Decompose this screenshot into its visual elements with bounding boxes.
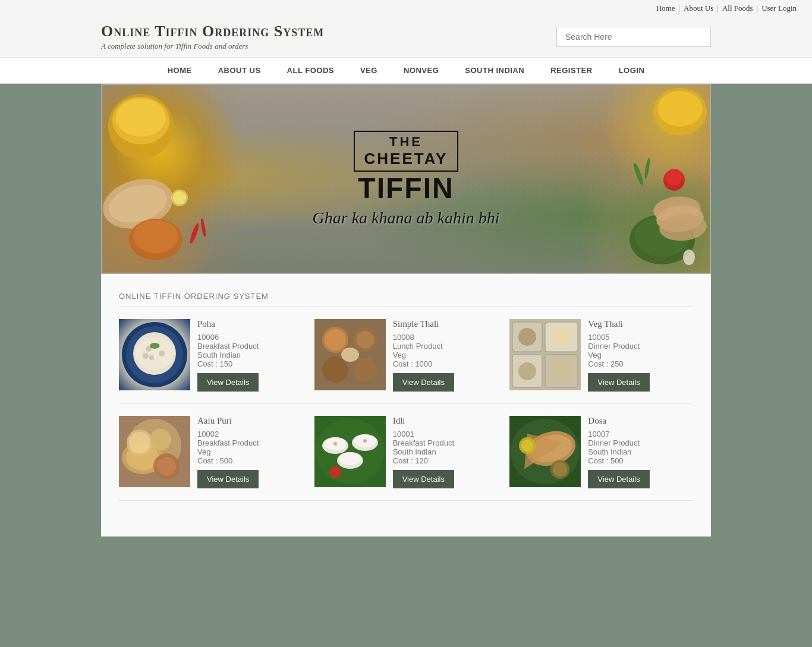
nav-nonveg[interactable]: NONVEG	[391, 58, 452, 83]
svg-point-77	[521, 440, 533, 452]
allfoods-toplink[interactable]: All Foods	[722, 4, 753, 13]
poha-name: Poha	[197, 319, 303, 329]
idli-category: Breakfast Product	[393, 438, 498, 447]
nav-home[interactable]: HOME	[155, 58, 205, 83]
svg-point-47	[553, 328, 571, 346]
vegthali-name: Veg Thali	[588, 319, 693, 329]
svg-point-31	[143, 353, 149, 359]
simplethali-sub: Veg	[393, 351, 498, 359]
dosa-image	[509, 416, 581, 487]
section-title: ONLINE TIFFIN ORDERING SYSTEM	[119, 292, 693, 307]
banner-food-right	[579, 85, 710, 273]
simplethali-view-button[interactable]: View Details	[393, 373, 454, 392]
banner-cheetay-text: CHEETAY	[364, 150, 448, 168]
header: Online Tiffin Ordering System A complete…	[0, 17, 812, 57]
poha-category: Breakfast Product	[197, 342, 303, 351]
about-toplink[interactable]: About Us	[684, 4, 713, 13]
svg-point-6	[133, 220, 178, 253]
poha-code: 10006	[197, 333, 303, 342]
vegthali-image	[509, 319, 581, 390]
svg-point-9	[188, 223, 200, 245]
product-card-poha: Poha 10006 Breakfast Product South India…	[119, 319, 303, 392]
simplethali-image	[314, 319, 386, 390]
main-content: ONLINE TIFFIN ORDERING SYSTEM	[101, 274, 711, 536]
aalupuri-info: Aalu Puri 10002 Breakfast Product Veg Co…	[197, 416, 303, 488]
logo-title: Online Tiffin Ordering System	[101, 23, 324, 40]
aalupuri-cost: Cost : 500	[197, 456, 303, 465]
svg-point-21	[644, 157, 651, 179]
idli-sub: South Indian	[393, 447, 498, 456]
svg-point-79	[553, 462, 567, 476]
simplethali-name: Simple Thali	[393, 319, 498, 329]
dosa-cost: Cost : 500	[588, 456, 693, 465]
banner-tiffin-word: TIFFIN	[313, 174, 500, 203]
userlogin-toplink[interactable]: User Login	[761, 4, 797, 13]
svg-point-46	[518, 328, 536, 346]
poha-sub: South Indian	[197, 351, 303, 359]
nav-register[interactable]: REGISTER	[537, 58, 605, 83]
aalupuri-code: 10002	[197, 430, 303, 438]
idli-view-button[interactable]: View Details	[393, 470, 454, 488]
banner-tagline: Ghar ka khana ab kahin bhi	[313, 209, 500, 228]
idli-info: Idli 10001 Breakfast Product South India…	[393, 416, 498, 488]
aalupuri-category: Breakfast Product	[197, 438, 303, 447]
svg-point-29	[159, 351, 165, 356]
nav-login[interactable]: LOGIN	[606, 58, 658, 83]
dosa-sub: South Indian	[588, 447, 693, 456]
product-row-2: Aalu Puri 10002 Breakfast Product Veg Co…	[119, 416, 693, 501]
vegthali-cost: Cost : 250	[588, 359, 693, 368]
svg-point-70	[363, 439, 367, 443]
aalupuri-view-button[interactable]: View Details	[197, 470, 259, 488]
svg-point-48	[518, 362, 536, 380]
search-input[interactable]	[556, 27, 711, 47]
svg-point-35	[325, 329, 346, 351]
dosa-info: Dosa 10007 Dinner Product South Indian C…	[588, 416, 693, 488]
top-bar: Home | About Us | All Foods | User Login	[0, 0, 812, 17]
nav-veg[interactable]: VEG	[347, 58, 391, 83]
poha-view-button[interactable]: View Details	[197, 373, 259, 392]
dosa-view-button[interactable]: View Details	[588, 470, 649, 488]
product-card-aalupuri: Aalu Puri 10002 Breakfast Product Veg Co…	[119, 416, 303, 488]
idli-name: Idli	[393, 416, 498, 426]
svg-point-32	[150, 343, 159, 349]
vegthali-view-button[interactable]: View Details	[588, 373, 649, 392]
svg-point-57	[129, 432, 150, 453]
idli-code: 10001	[393, 430, 498, 438]
vegthali-info: Veg Thali 10005 Dinner Product Veg Cost …	[588, 319, 693, 392]
poha-image	[119, 319, 190, 390]
banner-food-left	[102, 85, 245, 273]
svg-point-39	[353, 358, 377, 381]
svg-point-61	[316, 419, 385, 484]
simplethali-code: 10008	[393, 333, 498, 342]
aalupuri-name: Aalu Puri	[197, 416, 303, 426]
svg-point-10	[200, 218, 206, 238]
home-toplink[interactable]: Home	[656, 4, 675, 13]
svg-point-26	[136, 337, 174, 370]
svg-point-8	[173, 191, 186, 204]
svg-point-67	[339, 452, 361, 465]
aalupuri-image	[119, 416, 190, 487]
aalupuri-sub: Veg	[197, 447, 303, 456]
dosa-code: 10007	[588, 430, 693, 438]
nav-about[interactable]: ABOUT US	[205, 58, 274, 83]
product-card-simplethali: Simple Thali 10008 Lunch Product Veg Cos…	[314, 319, 498, 392]
svg-point-22	[683, 250, 695, 265]
nav-southindian[interactable]: SOUTH INDIAN	[452, 58, 537, 83]
svg-point-37	[356, 331, 374, 349]
svg-point-14	[666, 169, 682, 185]
banner-tiffin-box: THE CHEETAY	[354, 131, 459, 172]
product-row-1: Poha 10006 Breakfast Product South India…	[119, 319, 693, 404]
banner-the-text: THE	[364, 134, 448, 150]
hero-banner: THE CHEETAY TIFFIN Ghar ka khana ab kahi…	[101, 84, 711, 274]
svg-point-12	[657, 91, 703, 127]
banner-center: THE CHEETAY TIFFIN Ghar ka khana ab kahi…	[313, 131, 500, 228]
poha-info: Poha 10006 Breakfast Product South India…	[197, 319, 303, 392]
product-card-dosa: Dosa 10007 Dinner Product South Indian C…	[509, 416, 693, 488]
simplethali-cost: Cost : 1000	[393, 359, 498, 368]
logo-subtitle: A complete solution for Tiffin Foods and…	[101, 42, 324, 51]
simplethali-category: Lunch Product	[393, 342, 498, 351]
product-card-idli: Idli 10001 Breakfast Product South India…	[314, 416, 498, 488]
nav-allfoods[interactable]: ALL FOODS	[274, 58, 347, 83]
svg-point-2	[116, 99, 166, 137]
svg-point-55	[157, 457, 176, 476]
